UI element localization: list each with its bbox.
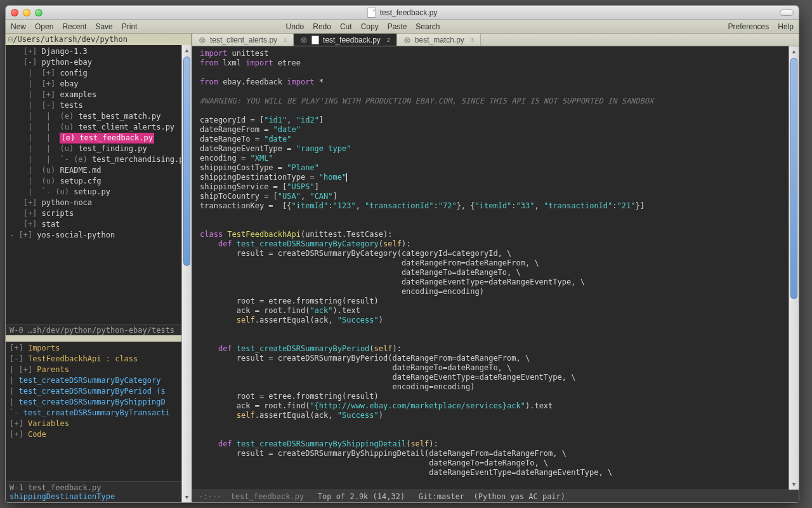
- outline-item[interactable]: | test_createDSRSummaryByPeriod (s: [6, 386, 192, 397]
- outline-tree[interactable]: [+] Imports[-] TestFeedbackhApi : class|…: [6, 342, 192, 481]
- tree-item[interactable]: - [+] yos-social-python: [6, 230, 192, 241]
- menu-item-cut[interactable]: Cut: [340, 22, 352, 31]
- code-line[interactable]: ack = root.find("{http://www.ebay.com/ma…: [200, 401, 794, 411]
- code-line[interactable]: result = createDSRSummaryByPeriod(dateRa…: [200, 354, 794, 363]
- code-line[interactable]: def test_createDSRSummaryByShippingDetai…: [200, 439, 794, 449]
- close-tab-icon[interactable]: ⊗: [300, 36, 308, 44]
- code-line[interactable]: shippingService = ["USPS"]: [200, 182, 794, 192]
- code-line[interactable]: root = etree.fromstring(result): [200, 297, 794, 306]
- code-line[interactable]: from lxml import etree: [200, 58, 794, 68]
- code-line[interactable]: [200, 68, 794, 77]
- scroll-thumb[interactable]: [183, 57, 190, 266]
- code-line[interactable]: from ebay.feedback import *: [200, 77, 794, 87]
- code-line[interactable]: encoding=encoding): [200, 287, 794, 297]
- code-line[interactable]: encoding = "XML": [200, 154, 794, 163]
- menu-item-print[interactable]: Print: [122, 22, 138, 31]
- outline-item[interactable]: [+] Code: [6, 429, 192, 440]
- code-line[interactable]: dateRangeTo=dateRangeTo, \: [200, 363, 794, 373]
- scroll-down-icon[interactable]: ▼: [182, 492, 192, 502]
- code-line[interactable]: ack = root.find("ack").text: [200, 306, 794, 316]
- editor-scrollbar[interactable]: ▲ ▼: [789, 46, 799, 490]
- code-line[interactable]: dateRangeFrom = "date": [200, 125, 794, 135]
- tree-item[interactable]: | [-] tests: [6, 100, 192, 111]
- menu-item-search[interactable]: Search: [416, 22, 440, 31]
- close-button[interactable]: [11, 9, 18, 17]
- code-line[interactable]: root = etree.fromstring(result): [200, 392, 794, 401]
- code-line[interactable]: self.assertEqual(ack, "Success"): [200, 411, 794, 420]
- sidebar-divider[interactable]: [6, 335, 192, 342]
- minimize-button[interactable]: [23, 9, 30, 17]
- tree-item[interactable]: | `- (u) setup.py: [6, 187, 192, 197]
- tree-item[interactable]: | | `- (e) test_merchandising.py: [6, 154, 192, 165]
- outline-item[interactable]: [+] Variables: [6, 418, 192, 429]
- close-tab-icon[interactable]: ⊗: [403, 36, 411, 44]
- code-line[interactable]: result = createDSRSummaryByShippingDetai…: [200, 449, 794, 458]
- tree-item[interactable]: [+] Django-1.3: [6, 46, 192, 57]
- menu-item-open[interactable]: Open: [35, 22, 53, 31]
- tree-item[interactable]: | (u) setup.cfg: [6, 176, 192, 187]
- code-line[interactable]: #WARNING: YOU WILL BE PLAY'ING WITH PROD…: [200, 97, 794, 106]
- menu-item-recent[interactable]: Recent: [62, 22, 86, 31]
- code-line[interactable]: dateRangeFrom=dateRangeFrom, \: [200, 258, 794, 268]
- code-area[interactable]: import unittestfrom lxml import etree fr…: [192, 46, 799, 490]
- code-line[interactable]: dateRangeTo = "date": [200, 135, 794, 144]
- menu-item-preferences[interactable]: Preferences: [728, 22, 769, 31]
- scroll-down-icon[interactable]: ▼: [789, 479, 799, 490]
- code-line[interactable]: self.assertEqual(ack, "Success"): [200, 316, 794, 325]
- code-line[interactable]: [200, 87, 794, 97]
- code-line[interactable]: encoding=encoding): [200, 382, 794, 392]
- scroll-thumb[interactable]: [790, 58, 797, 299]
- outline-item[interactable]: `- test_createDSRSummaryByTransacti: [6, 408, 192, 418]
- toolbar-pill-button[interactable]: [780, 10, 794, 16]
- code-line[interactable]: [200, 211, 794, 220]
- code-line[interactable]: dateRangeEventType=dateRangeEventType, \: [200, 373, 794, 382]
- tree-item[interactable]: | | (e) test_feedback.py: [6, 133, 192, 144]
- code-line[interactable]: [200, 420, 794, 430]
- outline-item[interactable]: [-] TestFeedbackhApi : class: [6, 354, 192, 364]
- tree-item[interactable]: | | (e) test_best_match.py: [6, 111, 192, 122]
- menu-item-new[interactable]: New: [11, 22, 26, 31]
- file-tree[interactable]: [+] Django-1.3 [-] python-ebay | [+] con…: [6, 45, 192, 324]
- code-line[interactable]: result = createDSRSummaryByCategory(cate…: [200, 249, 794, 258]
- code-line[interactable]: shippingDestinationType = "home": [200, 173, 794, 182]
- outline-item[interactable]: | test_createDSRSummaryByShippingD: [6, 397, 192, 408]
- tree-item[interactable]: | [+] config: [6, 68, 192, 79]
- code-line[interactable]: shipToCountry = ["USA", "CAN"]: [200, 192, 794, 201]
- tree-item[interactable]: [+] stat: [6, 219, 192, 230]
- tree-item[interactable]: [-] python-ebay: [6, 57, 192, 68]
- code-line[interactable]: dateRangeEventType=dateRangeEventType, \: [200, 277, 794, 287]
- tree-item[interactable]: | | (u) test_client_alerts.py: [6, 122, 192, 133]
- code-line[interactable]: def test_createDSRSummaryByCategory(self…: [200, 239, 794, 249]
- tab-best_match-py[interactable]: ⊗best_match.py3: [397, 34, 481, 46]
- code-line[interactable]: shippingCostType = "Plane": [200, 163, 794, 173]
- code-line[interactable]: [200, 220, 794, 230]
- code-line[interactable]: dateRangeTo=dateRangeTo, \: [200, 268, 794, 277]
- code-line[interactable]: categoryId = ["id1", "id2"]: [200, 116, 794, 125]
- tree-item[interactable]: [+] python-noca: [6, 197, 192, 208]
- code-line[interactable]: [200, 325, 794, 335]
- tree-item[interactable]: | [+] examples: [6, 90, 192, 100]
- tab-test_feedback-py[interactable]: ⊗test_feedback.py2: [294, 34, 397, 46]
- tab-test_client_alerts-py[interactable]: ⊗test_client_alerts.py1: [192, 34, 294, 46]
- tree-item[interactable]: | | (u) test_finding.py: [6, 144, 192, 154]
- menu-item-help[interactable]: Help: [778, 22, 794, 31]
- menu-item-undo[interactable]: Undo: [286, 22, 304, 31]
- menu-item-paste[interactable]: Paste: [388, 22, 407, 31]
- menu-item-copy[interactable]: Copy: [361, 22, 379, 31]
- outline-item[interactable]: [+] Imports: [6, 343, 192, 354]
- close-tab-icon[interactable]: ⊗: [199, 36, 206, 44]
- code-line[interactable]: transactionKey = [{"itemId":"123", "tran…: [200, 201, 794, 211]
- code-line[interactable]: [200, 106, 794, 116]
- sidebar-scrollbar[interactable]: ▲ ▼: [181, 45, 192, 502]
- code-line[interactable]: def test_createDSRSummaryByPeriod(self):: [200, 344, 794, 354]
- code-line[interactable]: dateRangeEventType=dateRangeEventType, \: [200, 468, 794, 478]
- outline-item[interactable]: | [+] Parents: [6, 364, 192, 375]
- tree-item[interactable]: | (u) README.md: [6, 165, 192, 176]
- code-line[interactable]: dateRangeEventType = "range type": [200, 144, 794, 154]
- tree-item[interactable]: [+] scripts: [6, 208, 192, 219]
- menu-item-redo[interactable]: Redo: [313, 22, 331, 31]
- scroll-up-icon[interactable]: ▲: [789, 46, 799, 57]
- zoom-button[interactable]: [35, 9, 43, 17]
- scroll-up-icon[interactable]: ▲: [182, 45, 192, 55]
- code-line[interactable]: class TestFeedbackhApi(unittest.TestCase…: [200, 230, 794, 239]
